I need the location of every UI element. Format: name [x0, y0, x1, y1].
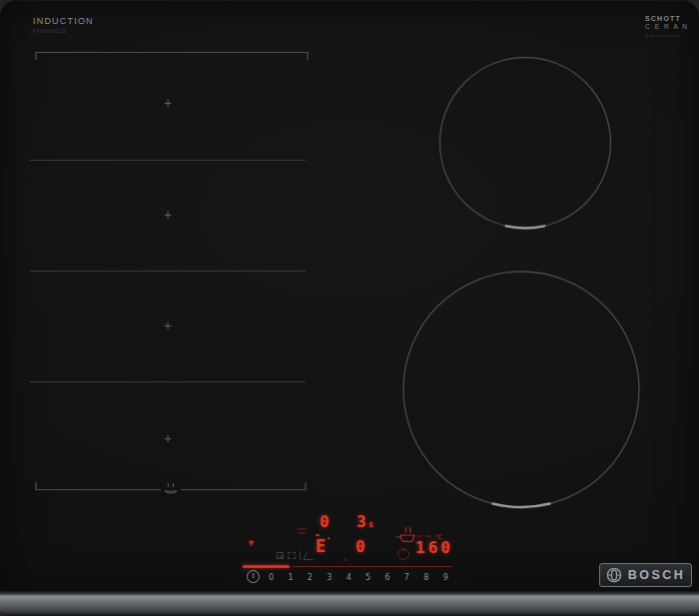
scale-dot: · — [376, 574, 378, 581]
flex-indicator-tick — [316, 534, 320, 536]
scale-number-4[interactable]: 4 — [347, 573, 351, 582]
scale-number-1[interactable]: 1 — [288, 573, 293, 582]
timer-ring-icon[interactable] — [397, 548, 409, 560]
dim-dot — [344, 558, 347, 561]
power-button[interactable] — [247, 570, 260, 583]
flex-indicator-mark: ' — [326, 536, 331, 546]
cooking-zone-top-right — [440, 58, 611, 229]
scale-number-3[interactable]: 3 — [327, 573, 332, 582]
scale-number-6[interactable]: 6 — [384, 573, 389, 582]
cleaning-pause-icon[interactable] — [304, 552, 317, 560]
timer-unit-label: s — [368, 520, 373, 529]
power-display-bottom-left: 0 — [355, 537, 365, 556]
scale-dot: · — [396, 574, 398, 581]
bosch-logo: BOSCH — [599, 563, 692, 587]
zone-markings-layer — [0, 0, 699, 616]
scale-number-5[interactable]: 5 — [365, 573, 370, 582]
power-icon — [253, 573, 255, 578]
front-trim-strip — [0, 591, 699, 616]
power-slider-active-segment[interactable] — [243, 565, 290, 568]
plus-icon: + — [164, 317, 172, 333]
flex-zone-indicator: E' — [316, 536, 332, 556]
scale-dot: · — [434, 574, 436, 581]
scale-dot: · — [357, 574, 359, 581]
flex-zone-top-bracket — [36, 53, 308, 61]
scale-number-7[interactable]: 7 — [404, 573, 409, 582]
scale-dot: · — [415, 574, 417, 581]
flex-indicator-char: E — [316, 536, 326, 556]
scale-dot: · — [338, 574, 340, 581]
scale-number-8[interactable]: 8 — [423, 573, 428, 582]
cooking-zone-bottom-right — [403, 272, 639, 507]
zone-select-arrow-icon[interactable]: ▼ — [247, 538, 256, 548]
bosch-induction-hob: INDUCTION PXV631HC1E SCHOTT C E R A N Ma… — [0, 0, 699, 616]
dim-indicator-bar — [298, 528, 307, 530]
temp-display: 160 — [415, 538, 453, 557]
pause-icon[interactable] — [277, 552, 284, 559]
bosch-symbol-icon — [606, 567, 622, 583]
scale-dot: · — [299, 574, 301, 581]
cooking-zone-top-right-front-arc — [440, 58, 611, 229]
scale-dot: · — [319, 574, 321, 581]
scale-number-2[interactable]: 2 — [308, 573, 313, 582]
key-divider — [300, 551, 301, 560]
timer-display: 3 — [356, 512, 366, 531]
function-keys[interactable] — [277, 551, 315, 560]
scale-number-0[interactable]: 0 — [269, 573, 274, 582]
fry-sensor-icon[interactable] — [395, 524, 417, 544]
power-display-top-left: 0 — [320, 512, 330, 531]
move-zone-icon[interactable] — [288, 552, 296, 559]
fry-sensor-mark-icon — [165, 483, 177, 493]
cooking-zone-bottom-right-front-arc — [403, 272, 639, 507]
flex-zone-bottom-bracket — [36, 482, 306, 490]
dim-indicator-bar — [298, 532, 307, 534]
scale-number-9[interactable]: 9 — [443, 573, 448, 582]
power-level-scale: 0 · 1 · 2 · 3 · 4 · 5 · 6 · 7 · 8 · 9 — [269, 571, 448, 583]
bosch-wordmark: BOSCH — [628, 568, 686, 582]
plus-icon: + — [164, 207, 172, 223]
scale-dot: · — [280, 574, 282, 581]
plus-icon: + — [164, 95, 172, 111]
plus-icon: + — [164, 430, 172, 446]
